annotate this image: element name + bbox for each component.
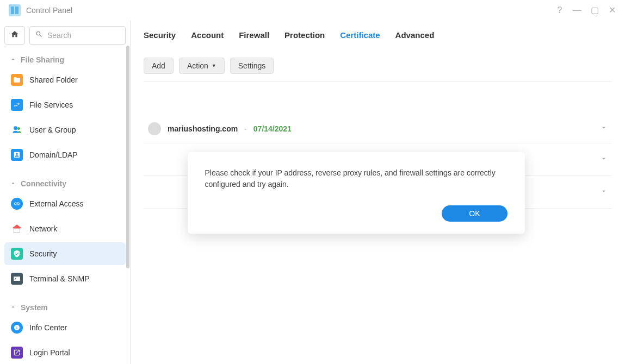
separator: - xyxy=(244,124,247,133)
section-file-sharing[interactable]: File Sharing xyxy=(4,52,126,67)
chevron-down-icon[interactable] xyxy=(600,124,608,134)
external-access-icon xyxy=(11,198,23,210)
section-system[interactable]: System xyxy=(4,300,126,315)
certificate-date: 07/14/2021 xyxy=(253,124,292,133)
user-group-icon xyxy=(11,124,23,136)
sidebar-item-label: External Access xyxy=(29,199,84,208)
add-button[interactable]: Add xyxy=(144,58,174,74)
file-services-icon xyxy=(11,99,23,111)
sidebar-item-external-access[interactable]: External Access xyxy=(4,192,126,215)
toolbar: Add Action▼ Settings xyxy=(144,50,612,82)
sidebar-item-label: Terminal & SNMP xyxy=(29,274,89,283)
sidebar-item-domain-ldap[interactable]: Domain/LDAP xyxy=(4,143,126,166)
home-icon xyxy=(10,30,19,41)
modal-message: Please check if your IP address, reverse… xyxy=(205,167,508,190)
sidebar: File Sharing Shared Folder File Services… xyxy=(0,21,131,364)
sidebar-item-label: Login Portal xyxy=(29,348,70,357)
tab-security[interactable]: Security xyxy=(144,30,176,42)
app-icon xyxy=(9,4,21,16)
close-icon[interactable]: ✕ xyxy=(608,6,616,15)
error-modal: Please check if your IP address, reverse… xyxy=(188,152,525,234)
tab-firewall[interactable]: Firewall xyxy=(239,30,269,42)
sidebar-item-label: Info Center xyxy=(29,323,67,332)
search-icon xyxy=(35,30,43,40)
chevron-up-icon xyxy=(10,303,16,312)
window-titlebar: Control Panel ? — ▢ ✕ xyxy=(0,0,625,21)
ok-button[interactable]: OK xyxy=(442,205,507,222)
section-label: Connectivity xyxy=(21,179,66,188)
chevron-down-icon[interactable] xyxy=(600,187,608,197)
sidebar-item-login-portal[interactable]: Login Portal xyxy=(4,341,126,364)
tab-protection[interactable]: Protection xyxy=(284,30,325,42)
network-icon xyxy=(11,223,23,235)
certificate-row[interactable]: mariushosting.com - 07/14/2021 xyxy=(144,115,612,143)
sidebar-item-label: Network xyxy=(29,224,57,233)
section-label: File Sharing xyxy=(21,55,64,64)
login-portal-icon xyxy=(11,347,23,359)
certificate-name: mariushosting.com xyxy=(168,124,238,133)
svg-point-1 xyxy=(17,127,20,130)
section-connectivity[interactable]: Connectivity xyxy=(4,176,126,191)
home-button[interactable] xyxy=(4,26,25,45)
certificate-icon xyxy=(148,122,161,135)
sidebar-item-label: Security xyxy=(29,249,57,258)
sidebar-item-shared-folder[interactable]: Shared Folder xyxy=(4,68,126,91)
window-title: Control Panel xyxy=(26,6,72,15)
maximize-icon[interactable]: ▢ xyxy=(590,6,599,15)
sidebar-item-security[interactable]: Security xyxy=(4,242,126,265)
tab-certificate[interactable]: Certificate xyxy=(340,30,380,42)
action-button[interactable]: Action▼ xyxy=(179,58,225,74)
sidebar-item-network[interactable]: Network xyxy=(4,217,126,240)
chevron-up-icon xyxy=(10,179,16,188)
sidebar-item-info-center[interactable]: Info Center xyxy=(4,316,126,339)
sidebar-item-label: File Services xyxy=(29,101,73,109)
sidebar-item-user-group[interactable]: User & Group xyxy=(4,118,126,141)
terminal-icon xyxy=(11,273,23,285)
tab-account[interactable]: Account xyxy=(191,30,224,42)
search-box[interactable] xyxy=(29,26,126,45)
sidebar-item-label: Shared Folder xyxy=(29,76,78,84)
section-label: System xyxy=(21,303,48,312)
minimize-icon[interactable]: — xyxy=(573,6,581,15)
shield-icon xyxy=(11,248,23,260)
sidebar-item-label: Domain/LDAP xyxy=(29,150,78,159)
info-icon xyxy=(11,322,23,334)
scrollbar[interactable] xyxy=(126,46,129,268)
tabs: Security Account Firewall Protection Cer… xyxy=(144,21,612,50)
folder-icon xyxy=(11,74,23,86)
caret-down-icon: ▼ xyxy=(212,63,216,68)
svg-point-0 xyxy=(14,126,17,130)
sidebar-item-terminal-snmp[interactable]: Terminal & SNMP xyxy=(4,267,126,290)
svg-rect-2 xyxy=(14,228,20,233)
sidebar-item-label: User & Group xyxy=(29,125,76,134)
sidebar-item-file-services[interactable]: File Services xyxy=(4,93,126,116)
chevron-up-icon xyxy=(10,55,16,64)
search-input[interactable] xyxy=(47,31,120,40)
settings-button[interactable]: Settings xyxy=(230,58,274,74)
chevron-down-icon[interactable] xyxy=(600,155,608,165)
domain-ldap-icon xyxy=(11,149,23,161)
tab-advanced[interactable]: Advanced xyxy=(395,30,435,42)
help-icon[interactable]: ? xyxy=(555,6,564,15)
